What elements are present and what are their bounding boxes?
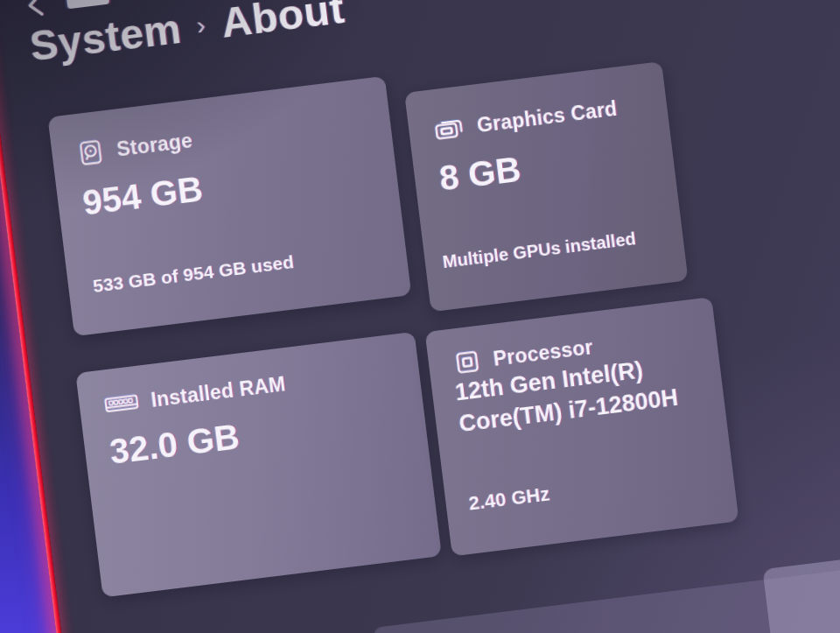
settings-about-page: System›About Storage 954 GB [0,0,840,633]
breadcrumb: System›About [27,0,346,71]
processor-card: Processor 12th Gen Intel(R) Core(TM) i7-… [425,297,739,556]
photo-background: System›About Storage 954 GB [0,0,840,633]
cpu-icon [452,347,483,378]
card-title: Installed RAM [150,372,287,412]
graphics-subtext: Multiple GPUs installed [442,229,637,272]
breadcrumb-item-about: About [219,0,347,46]
storage-card-header: Storage [75,126,194,168]
ram-card-header: Installed RAM [102,370,287,418]
card-title: Storage [116,129,194,161]
storage-value: 954 GB [80,169,205,222]
back-icon[interactable] [22,0,51,19]
next-section-partial-card-right [762,523,840,633]
ram-value: 32.0 GB [108,417,242,472]
card-title: Graphics Card [476,96,619,137]
gpu-icon [432,114,466,144]
chevron-right-icon: › [195,10,207,39]
graphics-value: 8 GB [438,150,523,199]
settings-window: System›About Storage 954 GB [0,0,840,633]
storage-subtext: 533 GB of 954 GB used [92,251,295,297]
processor-subtext: 2.40 GHz [467,482,550,515]
graphics-card-header: Graphics Card [432,95,619,144]
graphics-card-tile: Graphics Card 8 GB Multiple GPUs install… [404,61,689,312]
hard-drive-icon [75,137,107,169]
installed-ram-card: Installed RAM 32.0 GB [75,332,442,598]
ram-icon [102,389,140,419]
storage-card: Storage 954 GB 533 GB of 954 GB used [47,76,411,336]
partial-white-icon [65,0,109,9]
